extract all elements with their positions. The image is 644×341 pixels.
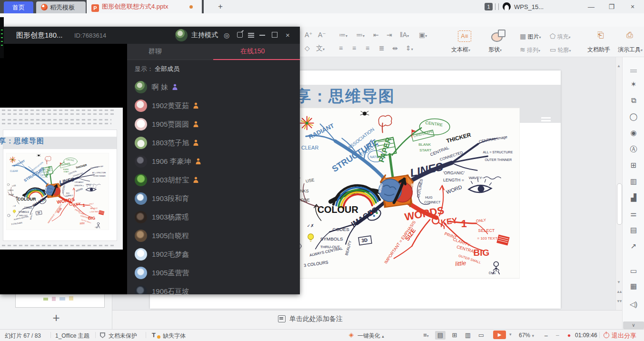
member-list[interactable]: 啊 妹 1902黄亚茹 1905贾圆圆 1803范子旭 1906 李豪坤 190… [127, 78, 300, 294]
zoom-slider[interactable]: – [556, 332, 559, 339]
pop-out-icon[interactable] [237, 32, 243, 38]
fill-button[interactable]: ⬠ 填充▾ [550, 32, 571, 41]
member-row[interactable]: 1803范子旭 [127, 134, 300, 152]
bullet-list-icon[interactable]: ≔▾ [339, 31, 347, 39]
tab-online-members[interactable]: 在线150 [240, 47, 265, 56]
sidebar-collapse-button[interactable]: ∨ [623, 321, 644, 329]
member-row[interactable]: 1905白晓程 [127, 227, 300, 245]
indent-icon[interactable]: ⇥ [386, 31, 392, 39]
presenter-view-icon[interactable]: ▭ [476, 331, 486, 340]
class-window-header[interactable]: 图形创意180... ID:7683614 主持模式 ◎ × [0, 27, 300, 44]
missing-fonts[interactable]: 缺失字体 [163, 332, 186, 340]
insert-shape-icon[interactable]: ◯ [629, 112, 638, 121]
table-icon[interactable]: ⊞ [629, 161, 638, 170]
font-decrease-icon[interactable]: A⁻ [318, 31, 326, 39]
exit-share-button[interactable]: 退出分享 [612, 331, 636, 340]
member-row[interactable]: 1902毛梦鑫 [127, 245, 300, 264]
doc-assistant-icon[interactable]: ⎗ [597, 30, 604, 40]
sidebar-drag-handle[interactable] [630, 70, 637, 70]
member-row[interactable]: 1903段和育 [127, 190, 300, 208]
text-box-style-icon[interactable]: ▣▾ [419, 31, 427, 39]
member-row[interactable]: 1903杨露瑶 [127, 208, 300, 227]
mindmap-image[interactable] [293, 108, 520, 279]
qq-account-icon[interactable] [503, 2, 511, 10]
image-frame-icon[interactable]: ▤ [629, 226, 638, 234]
theme-name[interactable]: 1_Office 主题 [55, 332, 89, 340]
class-menu-icon[interactable] [248, 33, 254, 34]
slide-sorter-icon[interactable]: ⊞ [449, 331, 460, 340]
new-tab-button[interactable]: + [215, 1, 226, 12]
tab-home[interactable]: 首页 [4, 1, 33, 13]
class-close-icon[interactable]: × [286, 31, 290, 39]
host-avatar[interactable] [175, 29, 188, 41]
member-row[interactable]: 1905孟营营 [127, 264, 300, 282]
distribute-icon[interactable]: ⇹ [392, 44, 398, 52]
medal-icon[interactable]: ◉ [629, 129, 638, 137]
export-icon[interactable]: ↗ [629, 242, 638, 251]
scroll-up-arrow[interactable]: ▲ [616, 64, 622, 68]
class-settings-icon[interactable]: ◎ [224, 31, 229, 39]
minimize-button[interactable]: — [583, 0, 599, 13]
swap-shape-icon[interactable]: ⧉ [629, 96, 638, 105]
numbered-list-icon[interactable]: ≕▾ [356, 31, 365, 39]
doc-assistant-button[interactable]: 文档助手 [587, 46, 610, 54]
account-name[interactable]: WPS_15... [514, 3, 544, 10]
scroll-down-arrow[interactable]: ▼ [616, 280, 622, 284]
shapes-button[interactable]: 形状▾ [488, 46, 502, 54]
outline-button[interactable]: ▭ 轮廓▾ [550, 46, 571, 54]
present-tools-button[interactable]: 演示工具▾ [618, 46, 643, 54]
host-mode-label[interactable]: 主持模式 [191, 31, 218, 40]
zoom-level[interactable]: 67% ▾ [519, 332, 534, 339]
member-row[interactable]: 啊 妹 [127, 78, 300, 97]
wordart-icon[interactable]: Ⓐ [629, 145, 638, 153]
settings-sliders-icon[interactable]: ⚌ [629, 210, 638, 218]
member-row[interactable]: 1902黄亚茹 [127, 97, 300, 115]
align-right-icon[interactable]: ≡ [366, 44, 369, 52]
close-button[interactable]: × [624, 0, 641, 13]
class-minimize-icon[interactable] [259, 35, 265, 36]
layout-icon[interactable]: ▥ [629, 177, 638, 186]
tab-docer-templates[interactable]: 稻壳模板 [36, 1, 86, 13]
member-row[interactable]: 1906石亘坡 [127, 282, 300, 294]
textbox-button[interactable]: 文本框▾ [451, 46, 470, 54]
picture-button[interactable]: ▦ 图片▾ [520, 32, 541, 41]
present-tools-icon[interactable]: ⎙ [626, 30, 633, 40]
line-spacing-icon[interactable]: ⇕▾ [406, 44, 413, 52]
notes-placeholder[interactable]: 单击此处添加备注 [289, 315, 343, 323]
box-icon[interactable]: ▭ [629, 267, 638, 275]
outline-view-icon[interactable]: ≡▾ [421, 331, 431, 340]
reading-view-icon[interactable]: ▥ [463, 331, 473, 340]
tab-group-chat[interactable]: 群聊 [149, 47, 162, 56]
arrange-button[interactable]: ≋ 排列▾ [520, 46, 540, 54]
class-maximize-icon[interactable] [272, 32, 277, 38]
clear-format-icon[interactable]: ◇ [305, 44, 310, 52]
next-slide-button[interactable]: ▼▼ [616, 299, 622, 303]
normal-view-icon[interactable]: ▤ [435, 331, 446, 340]
outdent-icon[interactable]: ⇤ [373, 31, 379, 39]
slide-counter[interactable]: 幻灯片 67 / 83 [5, 332, 41, 340]
protection-status[interactable]: 文档未保护 [109, 332, 137, 340]
play-options-arrow[interactable]: ▾ [509, 332, 512, 337]
filter-value[interactable]: 全部成员 [155, 65, 179, 73]
member-row[interactable]: 1903胡舒宝 [127, 171, 300, 190]
picture-icon[interactable]: ▦ [629, 282, 638, 291]
align-left-icon[interactable]: ≡ [339, 44, 343, 52]
new-slide-button[interactable]: + [49, 311, 63, 325]
play-slideshow-button[interactable]: ▶ [493, 331, 506, 339]
justify-icon[interactable]: ≣ [379, 44, 385, 52]
chart-icon[interactable]: ▟ [629, 193, 638, 202]
text-direction-icon[interactable]: ‖A▾ [400, 31, 409, 39]
align-center-icon[interactable]: ≡ [352, 44, 356, 52]
scrollbar-thumb[interactable] [617, 183, 622, 225]
beautify-star-icon[interactable]: ✶ [629, 80, 638, 89]
textbox-icon[interactable]: A≡ [458, 30, 471, 42]
beautify-button[interactable]: 一键美化 ▴ [357, 332, 384, 340]
restore-button[interactable]: ❐ [604, 0, 620, 13]
member-row[interactable]: 1906 李豪坤 [127, 152, 300, 171]
pinyin-icon[interactable]: 文▾ [316, 44, 325, 53]
session-count-badge[interactable]: 1 [485, 3, 493, 10]
font-increase-icon[interactable]: A⁺ [305, 31, 313, 39]
previous-slide-button[interactable]: ▲▲ [616, 290, 622, 294]
zoom-out-button[interactable]: − [544, 332, 548, 340]
speaker-icon[interactable]: ◁) [629, 300, 638, 309]
